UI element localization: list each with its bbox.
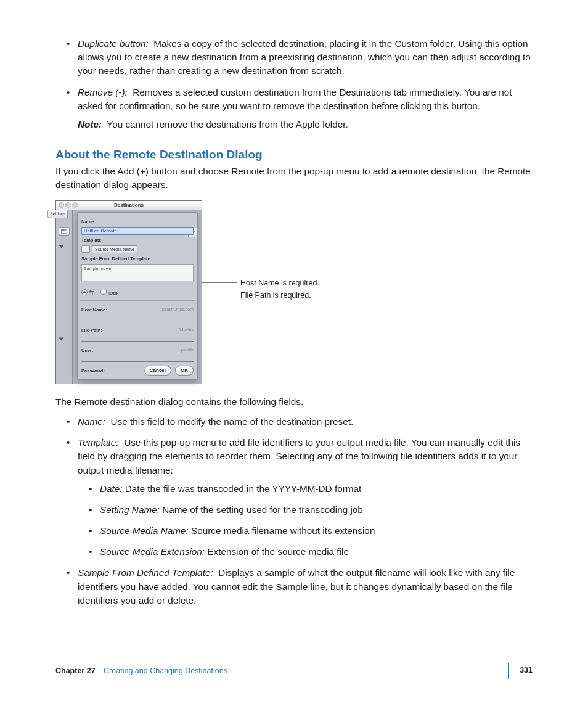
def-source-media-name: Source Media Name: Source media filename… (89, 524, 533, 538)
ftp-radio[interactable]: ftp (81, 289, 94, 296)
def-template: Template: Use this pop-up menu to add fi… (67, 436, 533, 559)
page-footer: Chapter 27 Creating and Changing Destina… (55, 663, 533, 679)
intro-bullets: Duplicate button: Makes a copy of the se… (55, 37, 533, 131)
term: Remove (-): (78, 87, 128, 97)
divider-icon (508, 663, 509, 679)
page: Duplicate button: Makes a copy of the se… (0, 0, 588, 706)
note: Note: You cannot remove the destinations… (78, 118, 533, 131)
bullet-duplicate: Duplicate button: Makes a copy of the se… (67, 37, 533, 78)
section-lead: If you click the Add (+) button and choo… (55, 165, 533, 192)
minimize-icon[interactable] (65, 202, 71, 208)
bullet-remove: Remove (-): Removes a selected custom de… (67, 86, 533, 132)
template-menu-button[interactable] (81, 245, 90, 253)
name-field[interactable]: Untitled Remote (81, 227, 194, 235)
ok-button[interactable]: OK (175, 366, 194, 376)
chapter-label: Chapter 27 (55, 667, 96, 675)
def-setting-name: Setting Name: Name of the setting used f… (89, 503, 533, 517)
protocol-radios: ftp iDisk (81, 289, 194, 297)
sample-field: Sample movie (81, 264, 194, 281)
dialog-sheet: Name: Untitled Remote Template: Source M… (77, 212, 198, 380)
host-field[interactable]: Host Name:psmith.mac.com (81, 305, 194, 321)
settings-tab[interactable]: Settings (47, 210, 68, 218)
footer-right: 331 (500, 663, 533, 679)
def-name: Name: Use this field to modify the name … (67, 415, 533, 429)
user-field[interactable]: User:psmith (81, 345, 194, 362)
remote-destination-dialog: Destinations Settings Name: (55, 200, 202, 384)
name-label: Name: (81, 219, 194, 226)
template-label: Template: (81, 237, 194, 244)
def-sample: Sample From Defined Template: Displays a… (67, 566, 533, 607)
disclosure-triangle-icon[interactable] (59, 337, 64, 340)
note-label: Note: (78, 119, 102, 129)
footer-left: Chapter 27 Creating and Changing Destina… (55, 667, 227, 675)
content: Duplicate button: Makes a copy of the se… (55, 37, 533, 607)
field-definitions: Name: Use this field to modify the name … (67, 415, 533, 607)
window-body: Settings Name: Untitled Remote Template: (56, 210, 202, 384)
zoom-icon[interactable] (72, 202, 78, 208)
term-text: Removes a selected custom destination fr… (78, 87, 512, 111)
left-column: Settings (56, 210, 73, 384)
callouts: Host Name is required. File Path is requ… (206, 200, 403, 383)
svg-rect-1 (62, 229, 64, 230)
path-field[interactable]: File Path:/Movies (81, 325, 194, 342)
term: Duplicate button: (78, 38, 149, 49)
callout-line (202, 295, 237, 295)
figure-wrap: Destinations Settings Name: (55, 200, 533, 384)
cancel-button[interactable]: Cancel (144, 366, 171, 376)
after-figure-text: The Remote destination dialog contains t… (55, 395, 533, 409)
traffic-lights (59, 202, 78, 208)
chapter-title: Creating and Changing Destinations (104, 667, 227, 675)
callout-path: File Path is required. (240, 290, 311, 301)
callout-line (202, 282, 237, 283)
window-title: Destinations (114, 202, 144, 209)
idisk-radio[interactable]: iDisk (100, 289, 118, 297)
toolbar-button[interactable] (59, 227, 70, 236)
page-number: 331 (520, 666, 533, 675)
sample-label: Sample From Defined Template: (81, 256, 194, 263)
def-source-media-ext: Source Media Extension: Extension of the… (89, 545, 533, 559)
window-titlebar: Destinations (56, 201, 202, 210)
callout-host: Host Name is required. (240, 277, 319, 289)
template-token[interactable]: Source Media Name (92, 245, 137, 253)
close-icon[interactable] (59, 202, 64, 208)
note-text: You cannot remove the destinations from … (107, 119, 348, 129)
def-date: Date: Date the file was transcoded in th… (89, 482, 533, 496)
disclosure-triangle-icon[interactable] (59, 245, 64, 248)
svg-rect-0 (61, 230, 67, 234)
section-heading: About the Remote Destination Dialog (55, 146, 533, 163)
